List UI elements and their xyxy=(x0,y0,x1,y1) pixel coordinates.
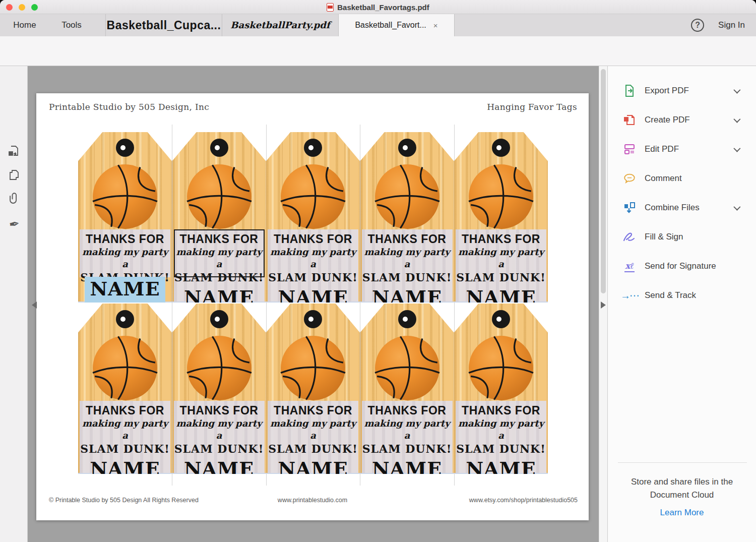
favor-tag: THANKS FOR making my party a SLAM DUNK! … xyxy=(454,304,548,474)
document-tab-1[interactable]: Basketball_Cupca... xyxy=(105,14,222,36)
learn-more-link[interactable]: Learn More xyxy=(608,508,756,518)
tool-label: Combine Files xyxy=(645,203,700,213)
tag-line-thanks: THANKS FOR xyxy=(456,404,546,417)
tag-text-panel: THANKS FOR making my party a SLAM DUNK! … xyxy=(362,401,453,473)
basketball-icon xyxy=(279,162,347,231)
basketball-icon xyxy=(373,334,442,402)
tag-hole-icon xyxy=(304,139,322,157)
tag-line-making: making my party a xyxy=(456,246,546,270)
help-icon[interactable]: ? xyxy=(691,19,704,32)
pdf-file-icon xyxy=(327,3,334,12)
tag-name-field[interactable]: NAME xyxy=(80,458,170,480)
send-for-signature-icon: xℓ xyxy=(621,261,638,272)
tag-line-slamdunk: SLAM DUNK! xyxy=(456,442,546,456)
tag-hole-icon xyxy=(210,310,228,328)
tag-line-slamdunk: SLAM DUNK! xyxy=(362,442,453,456)
basketball-icon xyxy=(185,334,254,402)
tag-hole-icon xyxy=(398,310,416,328)
tag-line-making: making my party a xyxy=(268,246,358,270)
basketball-icon xyxy=(279,334,347,402)
vertical-scrollbar[interactable] xyxy=(599,66,607,542)
chevron-down-icon[interactable] xyxy=(733,87,740,94)
tag-text-panel: THANKS FOR making my party a SLAM DUNK! … xyxy=(268,401,358,473)
basketball-icon xyxy=(467,162,535,231)
tag-hole-icon xyxy=(398,139,416,157)
tag-text-panel: THANKS FOR making my party a SLAM DUNK! … xyxy=(362,229,453,302)
edit-pdf-icon xyxy=(621,143,638,156)
fill-sign-icon xyxy=(621,230,638,244)
signature-pen-icon[interactable]: ✒ xyxy=(7,216,22,231)
document-tab-active-label: Basketball_Favort... xyxy=(355,21,426,30)
tool-label: Edit PDF xyxy=(645,144,679,154)
tool-fill-sign[interactable]: Fill & Sign xyxy=(608,222,756,252)
tag-line-making: making my party a xyxy=(80,246,170,270)
basketball-icon xyxy=(91,162,159,231)
sign-in-button[interactable]: Sign In xyxy=(718,20,745,30)
create-pdf-icon xyxy=(621,113,638,127)
close-tab-icon[interactable]: × xyxy=(433,21,438,30)
document-viewport: Printable Studio by 505 Design, Inc Hang… xyxy=(28,66,607,542)
favor-tag: THANKS FOR making my party a SLAM DUNK! … xyxy=(266,132,360,303)
tool-label: Export PDF xyxy=(645,86,689,96)
tag-line-slamdunk: SLAM DUNK! xyxy=(456,270,546,285)
tab-home[interactable]: Home xyxy=(7,14,42,36)
tag-line-slamdunk: SLAM DUNK! xyxy=(268,442,358,456)
tag-name-field[interactable]: NAME xyxy=(174,458,265,480)
chevron-down-icon[interactable] xyxy=(733,116,740,123)
favor-tag: THANKS FOR making my party a SLAM DUNK! … xyxy=(360,132,454,303)
tag-hole-icon xyxy=(116,139,134,157)
tool-create-pdf[interactable]: Create PDF xyxy=(608,105,756,135)
tag-name-field[interactable]: NAME xyxy=(268,458,358,480)
tag-name-field[interactable]: NAME xyxy=(456,458,546,480)
favor-tag: THANKS FOR making my party a SLAM DUNK! … xyxy=(266,304,360,474)
favor-tag: THANKS FOR making my party a SLAM DUNK! … xyxy=(172,132,266,303)
collapse-left-pane-arrow[interactable] xyxy=(32,302,37,309)
tab-tools[interactable]: Tools xyxy=(54,14,89,36)
collapse-right-pane-arrow[interactable] xyxy=(601,302,606,309)
tag-hole-icon xyxy=(210,139,228,157)
tag-text-panel: THANKS FOR making my party a SLAM DUNK! … xyxy=(174,401,265,473)
tag-text-panel: THANKS FOR making my party a SLAM DUNK! … xyxy=(268,229,358,302)
tag-line-thanks: THANKS FOR xyxy=(174,404,265,417)
send-track-icon: →⋯ xyxy=(621,289,638,302)
tag-line-making: making my party a xyxy=(174,417,265,442)
copy-pages-icon[interactable] xyxy=(7,167,22,183)
titlebar: Basketball_Favortags.pdf xyxy=(0,0,756,14)
document-tab-active[interactable]: Basketball_Favort... × xyxy=(338,14,455,36)
tag-line-slamdunk: SLAM DUNK! xyxy=(268,270,358,285)
tool-edit-pdf[interactable]: Edit PDF xyxy=(608,135,756,164)
tag-line-making: making my party a xyxy=(268,417,358,442)
tool-label: Create PDF xyxy=(645,115,690,125)
tag-line-slamdunk: SLAM DUNK! xyxy=(80,442,170,456)
tag-text-panel: THANKS FOR making my party a SLAM DUNK! … xyxy=(80,229,170,277)
tag-text-panel: THANKS FOR making my party a SLAM DUNK! … xyxy=(456,401,546,473)
tool-combine-files[interactable]: Combine Files xyxy=(608,193,756,222)
tools-panel: Export PDF Create PDF xyxy=(607,66,756,542)
chevron-down-icon[interactable] xyxy=(733,145,740,152)
tag-name-field-selected[interactable]: NAME xyxy=(78,277,172,300)
panel-divider xyxy=(618,462,747,463)
pdf-page: Printable Studio by 505 Design, Inc Hang… xyxy=(36,93,589,520)
tool-label: Send & Track xyxy=(645,290,696,300)
tag-line-thanks: THANKS FOR xyxy=(80,404,170,417)
tag-hole-icon xyxy=(492,139,510,157)
document-tab-2[interactable]: BasketballParty.pdf xyxy=(222,14,338,36)
tag-line-thanks: THANKS FOR xyxy=(268,404,358,417)
tag-line-thanks: THANKS FOR xyxy=(268,232,358,246)
export-pages-icon[interactable] xyxy=(7,144,22,159)
tool-export-pdf[interactable]: Export PDF xyxy=(608,76,756,105)
document-cloud-promo: Store and share files in the Document Cl… xyxy=(614,475,750,502)
scrollbar-thumb[interactable] xyxy=(601,69,606,293)
window-title-group: Basketball_Favortags.pdf xyxy=(0,0,756,14)
toolbar: ↑ ↓ 1 / 2 − + 70.3% ▾ xyxy=(0,36,756,66)
attachment-paperclip-icon[interactable] xyxy=(7,191,22,206)
tab-bar: Home Tools Basketball_Cupca... Basketbal… xyxy=(0,14,756,36)
tool-comment[interactable]: Comment xyxy=(608,164,756,193)
tag-line-thanks: THANKS FOR xyxy=(80,232,170,246)
tool-send-track[interactable]: →⋯ Send & Track xyxy=(608,281,756,310)
chevron-down-icon[interactable] xyxy=(733,204,740,211)
tag-name-field[interactable]: NAME xyxy=(362,458,453,480)
favor-tag: THANKS FOR making my party a SLAM DUNK! … xyxy=(78,304,172,474)
tool-send-for-signature[interactable]: xℓ Send for Signature xyxy=(608,252,756,281)
combine-files-icon xyxy=(621,201,638,214)
